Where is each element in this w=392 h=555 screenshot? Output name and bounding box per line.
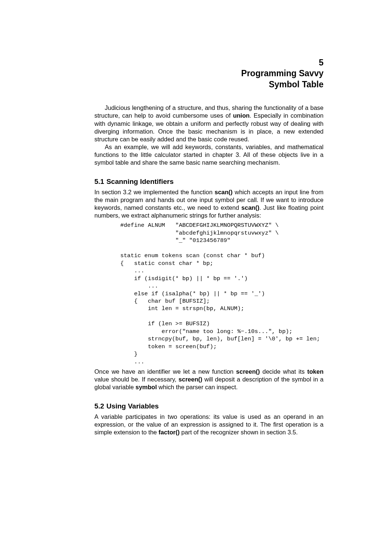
- section-number: 5.2: [94, 402, 104, 410]
- text: part of the recognizer shown in section …: [180, 429, 298, 435]
- intro-paragraph-2: As an example, we will add keywords, con…: [94, 143, 324, 166]
- section-title: Scanning Identifiers: [106, 178, 174, 185]
- fn-screen: screen(): [178, 376, 202, 383]
- intro-block: Judicious lengthening of a structure, an…: [94, 104, 324, 166]
- chapter-header: 5 Programming Savvy Symbol Table: [94, 57, 324, 90]
- text: As an example, we will add keywords, con…: [94, 144, 324, 166]
- keyword-union: union: [233, 112, 249, 119]
- text: which the parser can inspect.: [157, 384, 238, 390]
- code-block-scan: #define ALNUM "ABCDEFGHIJKLMNOPQRSTUVWXY…: [120, 222, 324, 366]
- text: value should be. If necessary,: [94, 376, 178, 383]
- text: In section 3.2 we implemented the functi…: [94, 189, 215, 195]
- section-title: Using Variables: [106, 402, 159, 410]
- section1-paragraph-2: Once we have an identifier we let a new …: [94, 368, 324, 391]
- kw-symbol: symbol: [135, 384, 157, 390]
- section-number: 5.1: [94, 178, 104, 185]
- section2-paragraph-1: A variable participates in two operation…: [94, 413, 324, 436]
- page: 5 Programming Savvy Symbol Table Judicio…: [0, 0, 392, 555]
- chapter-title-line2: Symbol Table: [269, 80, 324, 89]
- fn-screen: screen(): [236, 368, 260, 375]
- text: Once we have an identifier we let a new …: [94, 368, 236, 375]
- chapter-title-line1: Programming Savvy: [241, 68, 324, 78]
- section1-paragraph-1: In section 3.2 we implemented the functi…: [94, 188, 324, 219]
- kw-token: token: [307, 368, 324, 375]
- fn-factor: factor(): [158, 429, 180, 435]
- fn-scan: scan(): [241, 204, 259, 211]
- fn-scan: scan(): [215, 189, 233, 195]
- text: decide what its: [260, 368, 307, 375]
- section-heading-5-2: 5.2Using Variables: [94, 402, 324, 411]
- intro-paragraph-1: Judicious lengthening of a structure, an…: [94, 104, 324, 143]
- section-heading-5-1: 5.1Scanning Identifiers: [94, 178, 324, 186]
- chapter-number: 5: [94, 57, 324, 68]
